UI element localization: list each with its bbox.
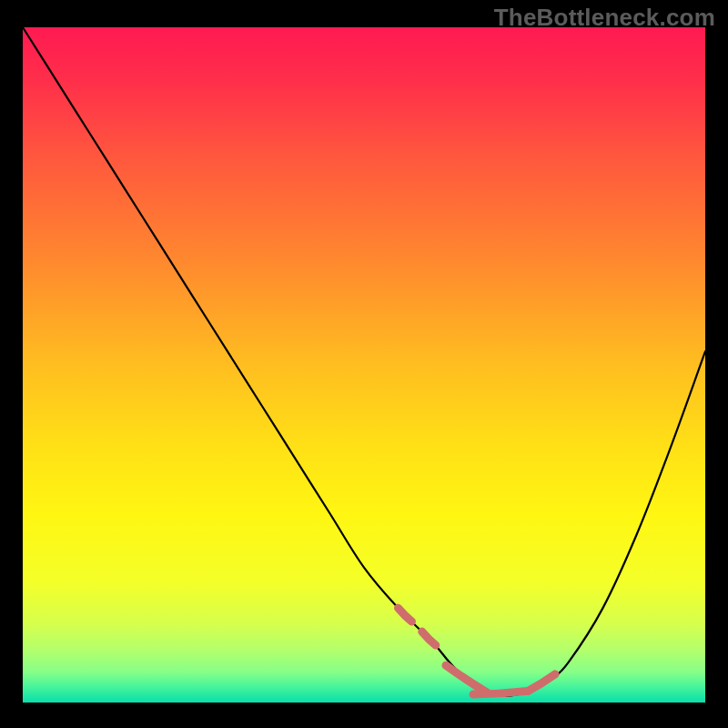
bottleneck-highlight-segments — [399, 608, 556, 694]
chart-curve-layer — [23, 27, 705, 703]
chart-area — [23, 27, 705, 703]
bottleneck-curve — [23, 27, 705, 696]
app-frame: TheBottleneck.com — [0, 0, 728, 728]
watermark-text: TheBottleneck.com — [494, 4, 715, 32]
